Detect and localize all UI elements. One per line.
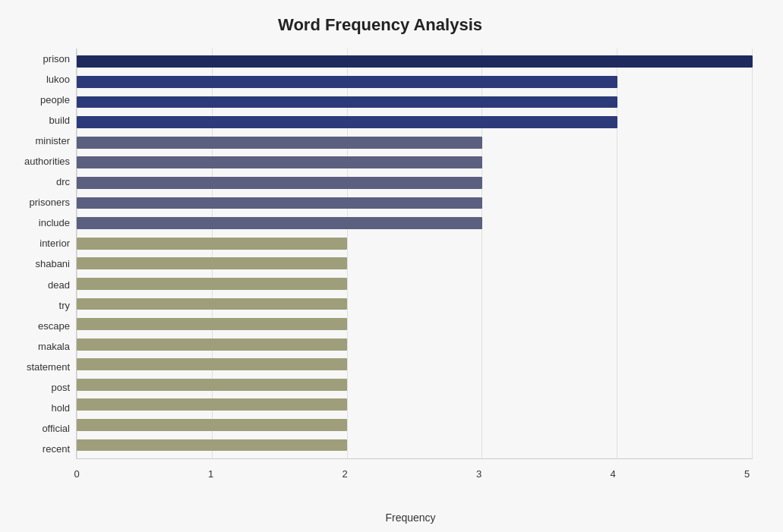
- bar-row: [77, 173, 753, 194]
- bar-row: [77, 395, 753, 415]
- y-label: shabani: [8, 259, 70, 269]
- bar: [77, 318, 347, 330]
- y-label: escape: [8, 321, 70, 331]
- bar-row: [77, 132, 753, 153]
- chart-area: prisonlukoopeoplebuildministerauthoritie…: [8, 49, 753, 459]
- y-label: try: [8, 301, 70, 310]
- bar-row: [77, 415, 753, 436]
- bars-area: 012345: [76, 49, 753, 459]
- chart-container: Word Frequency Analysis prisonlukoopeopl…: [0, 0, 783, 532]
- bar-row: [77, 193, 753, 213]
- y-label: statement: [8, 362, 70, 372]
- bar: [77, 257, 347, 269]
- bar: [77, 156, 482, 168]
- bar-row: [77, 274, 753, 294]
- bar: [77, 55, 753, 68]
- bar: [77, 137, 482, 149]
- y-axis-labels: prisonlukoopeoplebuildministerauthoritie…: [8, 49, 76, 459]
- y-label: hold: [8, 403, 70, 413]
- bar: [77, 76, 617, 88]
- bar: [77, 197, 482, 209]
- bar: [77, 439, 347, 452]
- y-label: post: [8, 382, 70, 392]
- bar: [77, 398, 347, 411]
- y-label: dead: [8, 280, 70, 290]
- bar: [77, 298, 347, 310]
- x-tick-label: 4: [611, 468, 616, 480]
- bar: [77, 278, 347, 290]
- y-label: official: [8, 423, 70, 433]
- y-label: drc: [8, 177, 70, 187]
- chart-title: Word Frequency Analysis: [8, 15, 753, 35]
- y-label: minister: [8, 136, 70, 146]
- bar-row: [77, 314, 753, 335]
- bar: [77, 338, 347, 351]
- x-tick-label: 3: [476, 468, 481, 480]
- bar-row: [77, 253, 753, 274]
- x-tick-label: 2: [342, 468, 347, 480]
- bar: [77, 217, 482, 229]
- bar-row: [77, 72, 753, 93]
- x-axis-title: Frequency: [385, 512, 435, 524]
- bar-row: [77, 213, 753, 234]
- bar: [77, 96, 617, 109]
- bar: [77, 358, 347, 370]
- y-label: people: [8, 95, 70, 105]
- x-axis-title-section: Frequency: [68, 511, 753, 524]
- bar-row: [77, 435, 753, 455]
- y-label: recent: [8, 444, 70, 454]
- x-axis-tick-labels: 012345: [77, 468, 753, 480]
- bar-row: [77, 294, 753, 314]
- bar-row: [77, 92, 753, 112]
- x-tick-label: 5: [744, 468, 750, 480]
- bar-row: [77, 334, 753, 354]
- y-label: prison: [8, 54, 70, 64]
- y-label: makala: [8, 342, 70, 351]
- y-label: prisoners: [8, 197, 70, 207]
- bars-wrapper: [77, 49, 753, 458]
- y-label: lukoo: [8, 74, 70, 84]
- y-label: authorities: [8, 156, 70, 166]
- y-label: build: [8, 115, 70, 125]
- y-label: interior: [8, 238, 70, 248]
- bar: [77, 238, 347, 250]
- x-tick-label: 1: [208, 468, 213, 480]
- bar: [77, 177, 482, 189]
- bar-row: [77, 112, 753, 133]
- bar: [77, 116, 617, 128]
- bar-row: [77, 153, 753, 173]
- x-tick-label: 0: [74, 468, 79, 480]
- bar-row: [77, 52, 753, 72]
- y-label: include: [8, 218, 70, 228]
- bar-row: [77, 375, 753, 395]
- bar: [77, 379, 347, 391]
- bar-row: [77, 233, 753, 253]
- bar: [77, 419, 347, 431]
- bar-row: [77, 354, 753, 375]
